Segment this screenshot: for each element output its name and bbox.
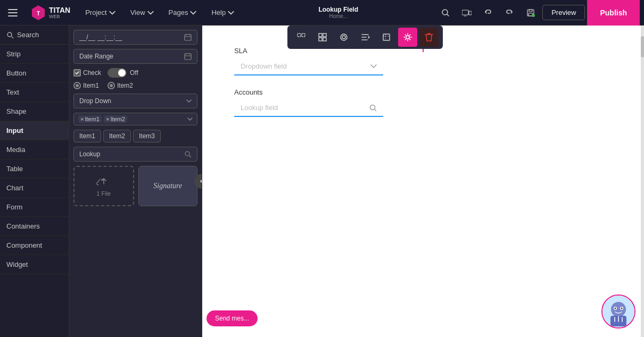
undo-button[interactable] — [478, 3, 498, 22]
button-item3[interactable]: Item3 — [133, 130, 161, 142]
multiselect-chevron-icon — [187, 117, 193, 121]
search-sidebar[interactable]: Search — [0, 26, 69, 45]
daterange-label: Date Range — [79, 53, 113, 60]
preview-button[interactable]: Preview — [542, 5, 585, 20]
accounts-search-icon — [369, 104, 377, 112]
scrollbar-track[interactable] — [641, 26, 644, 337]
save-button[interactable] — [521, 3, 540, 22]
radio-item2[interactable]: Item2 — [108, 82, 133, 89]
svg-rect-20 — [383, 34, 390, 40]
scrollbar-thumb[interactable] — [641, 36, 644, 57]
redo-button[interactable] — [500, 3, 519, 22]
nav-help[interactable]: Help — [205, 5, 241, 20]
checkbox-icon — [73, 69, 81, 77]
dropdown-chevron-icon — [186, 99, 192, 103]
logo-subtitle: WEB — [49, 14, 70, 19]
daterange-component[interactable]: Date Range — [73, 49, 197, 64]
sla-dropdown-arrow — [370, 64, 377, 69]
top-nav: T TITAN WEB Project View Pages Help Look… — [0, 0, 644, 26]
svg-point-28 — [611, 302, 626, 317]
radio-item1[interactable]: Item1 — [73, 82, 99, 89]
lookup-label: Lookup — [79, 150, 100, 158]
accounts-lookup[interactable]: Lookup field — [234, 99, 383, 117]
sidebar-item-containers[interactable]: Containers — [0, 217, 69, 236]
sidebar-item-chart[interactable]: Chart — [0, 179, 69, 198]
delete-tool-button[interactable] — [419, 28, 439, 47]
sidebar-item-media[interactable]: Media — [0, 140, 69, 159]
search-label: Search — [17, 31, 39, 39]
calendar-icon — [184, 33, 192, 41]
align-tool-button[interactable] — [356, 28, 375, 47]
chat-bubble[interactable] — [601, 294, 635, 328]
nav-pages[interactable]: Pages — [162, 5, 203, 20]
svg-point-32 — [621, 308, 623, 309]
upload-sig-row: 1 File Signature — [73, 166, 197, 206]
toggle-component[interactable]: Off — [108, 68, 138, 78]
svg-point-18 — [341, 34, 347, 40]
dropdown-component[interactable]: Drop Down — [73, 94, 197, 108]
accounts-placeholder: Lookup field — [241, 104, 278, 112]
sidebar-item-shape[interactable]: Shape — [0, 102, 69, 121]
sidebar-item-table[interactable]: Table — [0, 159, 69, 179]
nav-project[interactable]: Project — [79, 5, 121, 20]
lookup-component[interactable]: Lookup — [73, 147, 197, 162]
svg-rect-16 — [319, 38, 322, 41]
tag-item2: × Item2 — [104, 115, 127, 123]
sla-dropdown[interactable]: Dropdown field — [234, 58, 383, 75]
settings-tool-button[interactable] — [398, 28, 417, 47]
nav-items: Project View Pages Help — [79, 5, 241, 20]
nav-view[interactable]: View — [124, 5, 160, 20]
send-message-button[interactable]: Send mes... — [207, 310, 258, 326]
date-value: __/__ — [79, 33, 95, 41]
svg-rect-7 — [469, 11, 472, 15]
sidebar-item-form[interactable]: Form — [0, 198, 69, 217]
breadcrumb: Lookup Field Home... — [318, 6, 358, 19]
svg-rect-1 — [8, 12, 18, 13]
left-sidebar: Search Strip Button Text Shape Input Med… — [0, 26, 69, 337]
device-button[interactable] — [457, 3, 476, 22]
svg-rect-12 — [298, 33, 301, 37]
radio-label-1: Item1 — [83, 82, 99, 89]
radio-group-component: Item1 Item2 — [73, 82, 197, 89]
svg-point-19 — [342, 36, 345, 39]
datetime-component[interactable]: __/__ __:__:__ — [73, 30, 197, 45]
accounts-field: Accounts Lookup field — [234, 88, 612, 117]
breadcrumb-subtitle: Home... — [318, 13, 358, 19]
radio-circle-2 — [108, 82, 115, 89]
svg-point-31 — [615, 308, 616, 309]
signature-component[interactable]: Signature — [138, 166, 198, 206]
svg-point-25 — [185, 151, 189, 156]
svg-rect-0 — [8, 9, 18, 10]
sidebar-item-widget[interactable]: Widget — [0, 255, 69, 274]
svg-text:T: T — [37, 11, 40, 16]
search-nav-button[interactable] — [436, 3, 455, 22]
radio-label-2: Item2 — [117, 82, 133, 89]
sidebar-item-strip[interactable]: Strip — [0, 45, 69, 64]
upload-label: 1 File — [96, 190, 111, 197]
multiselect-component[interactable]: × Item1 × Item2 — [73, 113, 197, 125]
search-icon — [6, 31, 14, 39]
eraser-tool-button[interactable] — [334, 28, 353, 47]
grid-tool-button[interactable] — [313, 28, 332, 47]
frame-tool-button[interactable] — [292, 28, 311, 47]
sidebar-item-text[interactable]: Text — [0, 83, 69, 102]
breadcrumb-title: Lookup Field — [318, 6, 358, 13]
sidebar-item-button[interactable]: Button — [0, 64, 69, 83]
publish-button[interactable]: Publish — [587, 0, 640, 26]
svg-rect-2 — [8, 15, 18, 16]
radio-circle-1 — [73, 82, 81, 89]
svg-rect-24 — [185, 54, 191, 60]
hamburger-button[interactable] — [0, 0, 26, 26]
sla-placeholder: Dropdown field — [241, 62, 287, 70]
sidebar-item-input[interactable]: Input — [0, 121, 69, 140]
expand-tool-button[interactable] — [377, 28, 396, 47]
button-item1[interactable]: Item1 — [73, 130, 101, 142]
checkbox-component[interactable]: Check — [73, 69, 101, 77]
component-panel: __/__ __:__:__ Date Range Check — [69, 26, 202, 337]
toggle-thumb — [118, 69, 126, 77]
upload-component[interactable]: 1 File — [73, 166, 134, 206]
sidebar-item-component[interactable]: Component — [0, 236, 69, 255]
button-item2[interactable]: Item2 — [103, 130, 131, 142]
svg-rect-15 — [323, 33, 326, 37]
logo-title: TITAN — [49, 6, 70, 14]
